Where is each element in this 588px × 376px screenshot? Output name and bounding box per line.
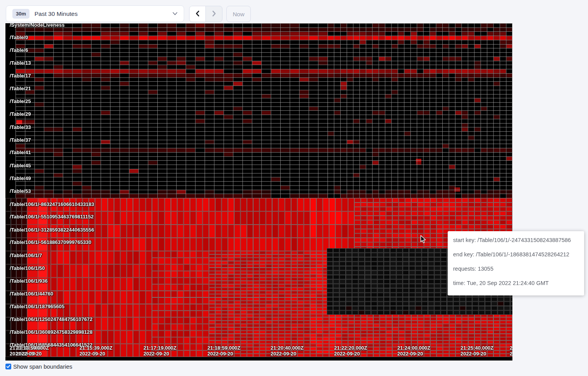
time-nav-group <box>189 6 222 22</box>
chevron-right-icon <box>211 10 217 18</box>
now-button[interactable]: Now <box>226 6 251 22</box>
time-range-badge: 30m <box>12 9 29 19</box>
tooltip-line: end key: /Table/106/1/-18683814745282642… <box>453 251 579 258</box>
prev-time-button[interactable] <box>190 6 206 22</box>
chevron-left-icon <box>195 10 201 18</box>
time-range-label: Past 30 Minutes <box>34 10 78 17</box>
tooltip-line: requests: 13055 <box>453 266 579 272</box>
show-span-boundaries-label: Show span boundaries <box>13 363 72 370</box>
key-visualizer[interactable]: /System/NodeLiveness/Table/0/Table/6/Tab… <box>5 23 512 361</box>
span-boundaries-row: Show span boundaries <box>5 363 72 370</box>
next-time-button[interactable] <box>206 6 222 22</box>
key-visualizer-page: 30m Past 30 Minutes Now /System/NodeLive… <box>0 0 588 376</box>
check-icon <box>6 364 10 369</box>
time-range-dropdown[interactable]: 30m Past 30 Minutes <box>6 5 184 22</box>
tooltip-line: start key: /Table/106/1/-247433150824388… <box>453 237 579 243</box>
show-span-boundaries-checkbox[interactable] <box>5 364 11 369</box>
tooltip-line: time: Tue, 20 Sep 2022 21:24:40 GMT <box>453 280 579 286</box>
chevron-down-icon <box>172 12 178 15</box>
heatmap-canvas[interactable] <box>5 23 512 361</box>
span-tooltip: start key: /Table/106/1/-247433150824388… <box>448 231 584 295</box>
